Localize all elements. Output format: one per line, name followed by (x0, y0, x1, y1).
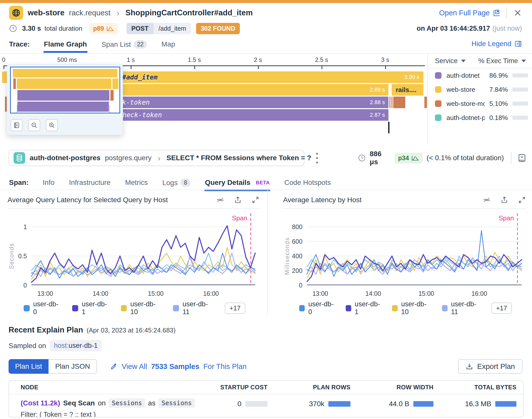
legend-service-dropdown[interactable]: Service (435, 57, 466, 65)
divider (8, 208, 259, 209)
col-plan-rows: PLAN ROWS (268, 384, 350, 391)
zoom-in-icon (49, 122, 55, 129)
trace-timestamp-relative: (just now) (493, 25, 522, 32)
selected-span-marker[interactable] (388, 122, 389, 133)
span-duration-meta: 886 μs p34 (< 0.1% of total duration) (358, 150, 526, 166)
host-chip[interactable]: host:user-db-1 (50, 340, 101, 351)
node-as: as (148, 399, 156, 407)
legend-user-db-11[interactable]: user-db-11 (442, 300, 480, 316)
view-all-suffix: For This Plan (203, 362, 247, 371)
axis-tick-label: 2.5 s (315, 56, 328, 63)
export-plan-label: Export Plan (477, 362, 515, 371)
header: web-store rack.request › ShoppingCartCon… (9, 6, 522, 20)
flame-minimap[interactable] (7, 64, 123, 135)
tab-code-hotspots[interactable]: Code Hotspots (284, 177, 331, 191)
svg-text:16:00: 16:00 (471, 290, 487, 297)
view-all-samples-link[interactable]: View All 7533 Samples For This Plan (110, 362, 247, 371)
hide-legend-link[interactable]: Hide Legend (471, 39, 522, 48)
minimap-bar (13, 78, 16, 89)
tab-info[interactable]: Info (42, 177, 55, 191)
live-data-icon[interactable] (483, 196, 491, 204)
export-chart-icon[interactable] (234, 196, 242, 204)
total-duration-value: 3.30 s (22, 25, 41, 32)
svg-text:0.5: 0.5 (18, 253, 27, 260)
download-icon (466, 363, 473, 370)
svg-text:800: 800 (292, 223, 302, 230)
svg-text:14:00: 14:00 (365, 290, 381, 297)
latency-line-chart[interactable]: 0200400600800Milliseconds13:0014:0015:00… (283, 210, 525, 298)
tab-map[interactable]: Map (161, 39, 175, 53)
legend-user-db-0[interactable]: user-db-0 (24, 300, 61, 316)
series-color-swatch (346, 305, 351, 311)
minimap-collapse-button[interactable] (11, 119, 23, 131)
flame-span-fragment[interactable] (391, 97, 392, 108)
legend-user-db-1[interactable]: user-db-1 (346, 300, 381, 316)
plan-rows-bar (328, 401, 350, 407)
zoom-in-button[interactable] (46, 119, 58, 131)
latency-line-chart[interactable]: 00.51Seconds13:0014:0015:0016:00Span (8, 210, 259, 298)
svg-text:400: 400 (292, 253, 302, 260)
close-button[interactable] (513, 9, 522, 17)
legend-user-db-10[interactable]: user-db-10 (121, 300, 162, 316)
expand-chart-icon[interactable] (518, 196, 526, 204)
legend-row-auth-dotnet[interactable]: auth-dotnet 86.9% (428, 68, 532, 82)
legend-user-db-1[interactable]: user-db-1 (72, 300, 109, 316)
chevron-right-icon: › (158, 154, 160, 162)
legend-overflow-button[interactable]: +17 (225, 303, 245, 314)
selected-span-card[interactable]: auth-dotnet-postgres postgres.query › SE… (9, 150, 304, 166)
svg-text:13:00: 13:00 (312, 290, 328, 297)
flame-span-monitor[interactable] (393, 97, 405, 108)
legend-row-web-store-monitor[interactable]: web-store-mon... 5.10% (428, 97, 532, 111)
flame-span-fragment[interactable] (389, 97, 390, 108)
span-percentile-badge[interactable]: p34 (395, 153, 423, 163)
collapse-span-panel-button[interactable] (517, 153, 526, 162)
tab-logs[interactable]: Logs 8 (162, 177, 191, 191)
export-chart-icon[interactable] (500, 196, 508, 204)
latency-percentile-badge[interactable]: p89 (89, 23, 118, 34)
open-full-page-label: Open Full Page (439, 9, 490, 17)
kebab-menu-icon[interactable]: ••• (316, 151, 318, 164)
http-status-badge: 302 FOUND (196, 23, 240, 34)
tab-span-list[interactable]: Span List 22 (101, 39, 147, 53)
tab-info-label: Info (43, 179, 55, 187)
legend-user-db-0[interactable]: user-db-0 (299, 300, 334, 316)
zoom-out-button[interactable] (28, 119, 40, 131)
legend-exec-dropdown[interactable]: % Exec Time (478, 57, 526, 65)
service-color-swatch (435, 86, 441, 93)
tab-map-label: Map (161, 40, 175, 48)
tab-infrastructure[interactable]: Infrastructure (68, 177, 111, 191)
legend-row-auth-dotnet-postgres[interactable]: auth-dotnet-po... 0.18% (428, 111, 532, 125)
series-name: user-db-1 (355, 300, 381, 316)
service-name: web-store (447, 86, 485, 94)
axis-tick-label: 1 s (127, 56, 135, 63)
plan-list-button[interactable]: Plan List (9, 359, 49, 374)
minimap-bar (17, 78, 111, 89)
flame-span-duration: 2.87 s (370, 109, 385, 121)
expand-chart-icon[interactable] (251, 196, 259, 204)
export-plan-button[interactable]: Export Plan (458, 359, 522, 374)
legend-row-web-store[interactable]: web-store 7.84% (428, 82, 532, 97)
legend-overflow-button[interactable]: +17 (491, 303, 512, 314)
minimap-viewport[interactable] (10, 67, 120, 113)
live-data-icon[interactable] (216, 196, 224, 204)
flame-graph[interactable]: 0 500 ms 1 s 1.5 s 2 s 2.5 s 3 s #add_it… (0, 53, 427, 143)
tab-metrics[interactable]: Metrics (124, 177, 148, 191)
tab-query-details[interactable]: Query Details BETA (204, 177, 270, 191)
svg-text:0: 0 (299, 282, 302, 289)
svg-text:0: 0 (23, 282, 27, 289)
open-full-page-link[interactable]: Open Full Page (439, 9, 500, 17)
startup-cost-cell: 0 (200, 398, 268, 409)
series-name: user-db-11 (451, 300, 480, 316)
tab-flame-graph[interactable]: Flame Graph (43, 39, 87, 53)
node-cost[interactable]: (Cost 11.2k) (21, 399, 60, 407)
plan-table-row[interactable]: (Cost 11.2k) Seq Scan on Sessions as Ses… (9, 394, 523, 417)
logs-count-badge: 8 (181, 179, 190, 187)
flame-span-fragment[interactable] (424, 97, 427, 108)
flame-span-rails[interactable]: rails.... (392, 84, 423, 96)
tab-logs-label: Logs (162, 179, 178, 187)
plan-json-button[interactable]: Plan JSON (49, 359, 97, 374)
legend-user-db-11[interactable]: user-db-11 (173, 300, 213, 316)
svg-text:600: 600 (292, 238, 302, 245)
top-accent-bar (0, 0, 532, 3)
legend-user-db-10[interactable]: user-db-10 (392, 300, 430, 316)
